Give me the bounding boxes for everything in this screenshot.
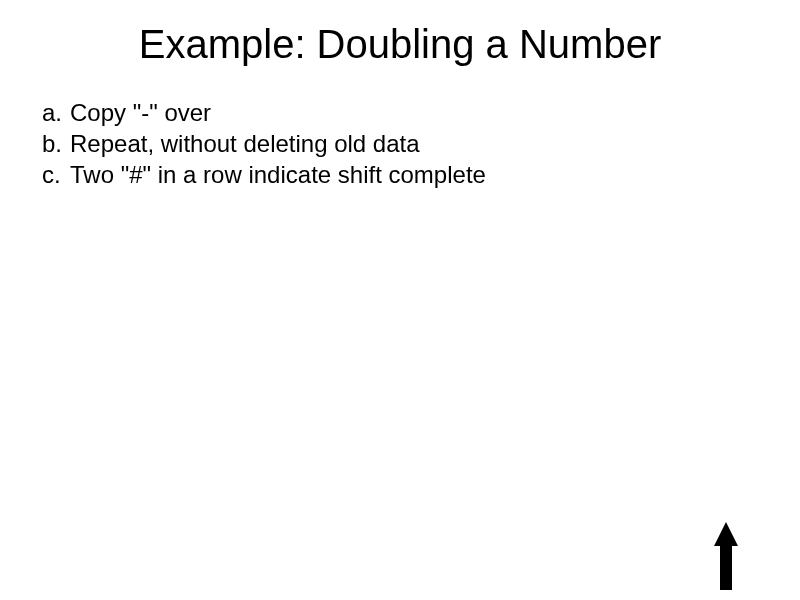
list-item: b. Repeat, without deleting old data xyxy=(42,128,758,159)
list-prefix: a. xyxy=(42,97,70,128)
list-text: Copy "-" over xyxy=(70,97,211,128)
list-text: Repeat, without deleting old data xyxy=(70,128,420,159)
list-item: a. Copy "-" over xyxy=(42,97,758,128)
list-prefix: c. xyxy=(42,159,70,190)
list-prefix: b. xyxy=(42,128,70,159)
slide-content: a. Copy "-" over b. Repeat, without dele… xyxy=(0,97,800,191)
list-item: c. Two "#" in a row indicate shift compl… xyxy=(42,159,758,190)
arrow-head xyxy=(714,522,738,546)
up-arrow-icon xyxy=(714,522,738,590)
slide-title: Example: Doubling a Number xyxy=(0,0,800,97)
slide: Example: Doubling a Number a. Copy "-" o… xyxy=(0,0,800,600)
list-text: Two "#" in a row indicate shift complete xyxy=(70,159,486,190)
arrow-shaft xyxy=(720,546,732,590)
